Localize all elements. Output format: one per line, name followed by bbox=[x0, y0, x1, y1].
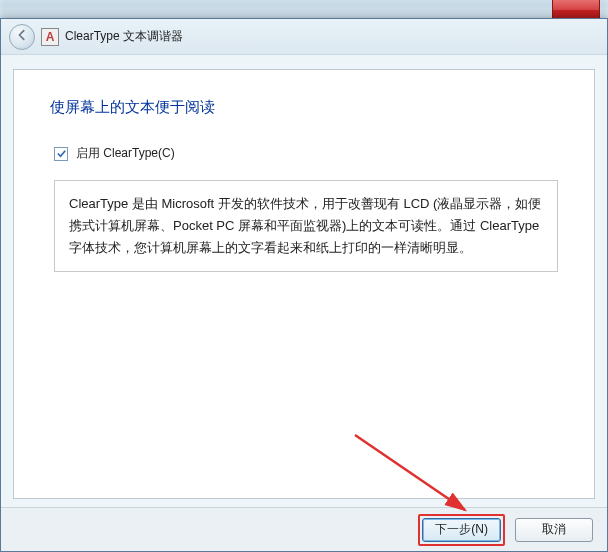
cancel-button[interactable]: 取消 bbox=[515, 518, 593, 542]
back-button[interactable] bbox=[9, 24, 35, 50]
window-title: ClearType 文本调谐器 bbox=[65, 28, 183, 45]
enable-cleartype-label: 启用 ClearType(C) bbox=[76, 145, 175, 162]
enable-cleartype-checkbox[interactable] bbox=[54, 147, 68, 161]
next-button-highlight: 下一步(N) bbox=[418, 514, 505, 546]
checkmark-icon bbox=[56, 145, 67, 163]
content-panel: 使屏幕上的文本便于阅读 启用 ClearType(C) ClearType 是由… bbox=[13, 69, 595, 499]
back-arrow-icon bbox=[15, 28, 29, 46]
app-icon: A bbox=[41, 28, 59, 46]
next-button[interactable]: 下一步(N) bbox=[422, 518, 501, 542]
page-heading: 使屏幕上的文本便于阅读 bbox=[50, 98, 558, 117]
footer: 下一步(N) 取消 bbox=[1, 507, 607, 551]
description-text: ClearType 是由 Microsoft 开发的软件技术，用于改善现有 LC… bbox=[54, 180, 558, 272]
app-icon-letter: A bbox=[46, 30, 55, 44]
wizard-window: A ClearType 文本调谐器 使屏幕上的文本便于阅读 启用 ClearTy… bbox=[0, 18, 608, 552]
titlebar: A ClearType 文本调谐器 bbox=[1, 19, 607, 55]
enable-cleartype-option[interactable]: 启用 ClearType(C) bbox=[54, 145, 558, 162]
